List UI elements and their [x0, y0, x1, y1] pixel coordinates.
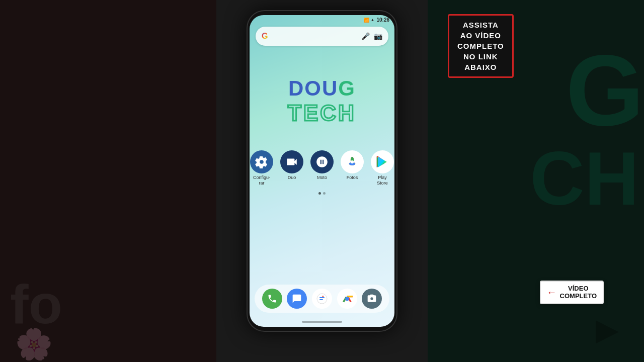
video-badge-line1: VÍDEO [560, 285, 597, 293]
video-badge-line2: COMPLETO [560, 292, 597, 300]
svg-point-6 [317, 294, 327, 304]
fotos-label: Fotos [347, 175, 358, 180]
svg-marker-5 [378, 156, 387, 167]
phone-frame: 📶 ▲ 10:26 G 🎤 📷 DOUG TECH [247, 10, 397, 332]
wifi-icon: 📶 [364, 18, 369, 23]
dock-chrome[interactable] [337, 289, 357, 309]
svg-point-10 [345, 297, 349, 301]
status-icons: 📶 ▲ [364, 18, 375, 23]
app-fotos[interactable]: Fotos [341, 150, 364, 186]
dock-assistant[interactable] [312, 289, 332, 309]
play-store-label: PlayStore [377, 175, 388, 186]
google-search-bar[interactable]: G 🎤 📷 [256, 27, 388, 46]
banner-line2: NO LINK ABAIXO [457, 51, 504, 72]
arrow-icon: ← [547, 287, 557, 298]
banner-line1: ASSISTA AO VÍDEO COMPLETO [457, 20, 504, 51]
dot-1 [318, 192, 321, 195]
video-badge[interactable]: ← VÍDEO COMPLETO [540, 281, 604, 304]
brand-letter-g: G [338, 76, 356, 100]
status-time: 10:26 [376, 17, 389, 23]
mic-icon: 🎤 [361, 32, 370, 40]
fotos-icon [341, 150, 364, 173]
center-area: ASSISTA AO VÍDEO COMPLETO NO LINK ABAIXO… [216, 0, 428, 362]
brand-doug: DOUG [288, 76, 356, 101]
duo-icon [280, 150, 303, 173]
moto-icon [310, 150, 334, 173]
brand-area: DOUG TECH [250, 46, 394, 146]
brand-letter-o: O [304, 76, 322, 100]
brand-tech: TECH [288, 101, 356, 126]
dock-phone[interactable] [262, 289, 282, 309]
signal-icon: ▲ [371, 18, 375, 22]
configurar-label: Configu-rar [253, 175, 270, 186]
play-store-icon [371, 150, 394, 173]
home-indicator [302, 321, 342, 323]
video-badge-text: VÍDEO COMPLETO [560, 285, 597, 300]
dock-camera[interactable] [362, 289, 382, 309]
app-play-store[interactable]: PlayStore [371, 150, 394, 186]
background-left: fo 🌸 [0, 0, 216, 362]
app-moto[interactable]: Moto [310, 150, 334, 186]
phone-screen: 📶 ▲ 10:26 G 🎤 📷 DOUG TECH [250, 15, 394, 327]
moto-label: Moto [317, 175, 327, 180]
google-logo: G [262, 32, 268, 41]
brand-letter-u: U [322, 76, 338, 100]
dock-bar [255, 285, 389, 313]
dock-messages[interactable] [287, 289, 307, 309]
top-banner: ASSISTA AO VÍDEO COMPLETO NO LINK ABAIXO [448, 14, 514, 78]
status-bar: 📶 ▲ 10:26 [250, 15, 394, 24]
brand-letter-d: D [288, 76, 304, 100]
dot-2 [323, 192, 326, 195]
app-grid: Configu-rar Duo [250, 146, 394, 190]
lens-icon: 📷 [374, 32, 382, 40]
svg-point-4 [351, 160, 354, 163]
app-configurar[interactable]: Configu-rar [250, 150, 273, 186]
page-indicator [250, 192, 394, 195]
settings-icon [250, 150, 273, 173]
duo-label: Duo [288, 175, 296, 180]
app-duo[interactable]: Duo [280, 150, 303, 186]
